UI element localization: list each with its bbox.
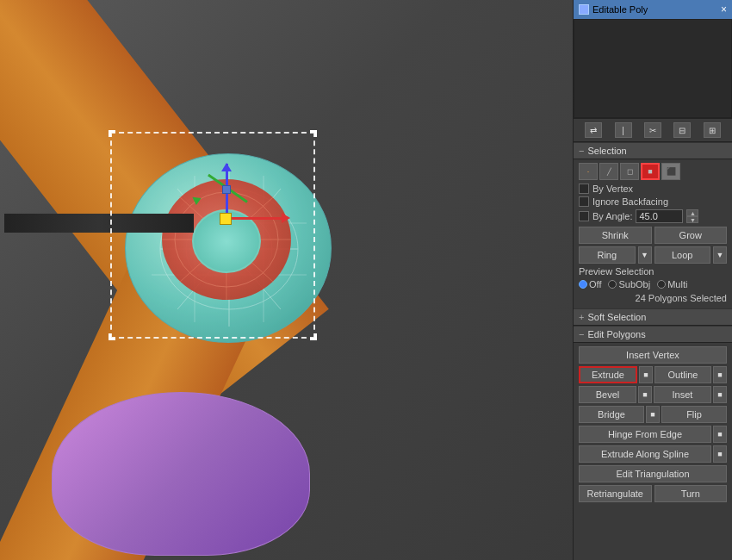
toolbar-btn-cut[interactable]: ✂: [644, 122, 661, 138]
angle-up-btn[interactable]: ▲: [686, 209, 698, 216]
extrude-spinner[interactable]: ■: [639, 366, 653, 383]
sel-icon-border[interactable]: ◻: [620, 163, 639, 180]
by-vertex-row: By Vertex: [579, 184, 727, 194]
by-angle-input[interactable]: [636, 209, 683, 223]
inset-button[interactable]: Inset: [654, 386, 711, 403]
sel-icon-polygon[interactable]: ■: [641, 163, 660, 180]
viewport[interactable]: [0, 0, 573, 560]
ignore-backfacing-checkbox[interactable]: [579, 196, 589, 207]
edit-polygons-label: Edit Polygons: [587, 329, 645, 339]
toolbar-btn-print[interactable]: ⊟: [673, 122, 691, 138]
edit-triangulation-button[interactable]: Edit Triangulation: [579, 465, 727, 482]
shrink-button[interactable]: Shrink: [579, 227, 652, 244]
soft-selection-expand-icon: +: [579, 312, 584, 322]
shrink-grow-row: Shrink Grow: [579, 227, 727, 244]
right-panel: Editable Poly × ⇄ | ✂ ⊟ ⊞ − Selection: [573, 0, 732, 560]
toolbar-btn-grid[interactable]: ⊞: [704, 122, 721, 138]
radio-off-dot: [579, 280, 587, 289]
extrude-outline-row: Extrude ■ Outline ■: [579, 366, 727, 383]
extrude-spline-spinner[interactable]: ■: [713, 445, 727, 463]
toolbar-row: ⇄ | ✂ ⊟ ⊞: [574, 118, 732, 142]
radio-subobj-label: SubObj: [618, 279, 650, 289]
radio-off[interactable]: Off: [579, 279, 601, 289]
ep-preview-box: [574, 19, 732, 118]
ring-spinner[interactable]: ▼: [638, 246, 652, 264]
bevel-inset-row: Bevel ■ Inset ■: [579, 386, 727, 403]
by-angle-row: By Angle: ▲ ▼: [579, 209, 727, 223]
selection-header-label: Selection: [587, 146, 626, 156]
extrude-button[interactable]: Extrude: [579, 366, 637, 383]
ignore-backfacing-row: Ignore Backfacing: [579, 196, 727, 207]
hinge-row: Hinge From Edge ■: [579, 426, 727, 443]
scroll-container[interactable]: − Selection · ╱ ◻ ■ ⬛: [574, 142, 732, 560]
outline-button[interactable]: Outline: [654, 366, 711, 383]
toolbar-btn-sep[interactable]: |: [615, 122, 632, 138]
radio-subobj-dot: [608, 280, 617, 289]
bridge-spinner[interactable]: ■: [646, 406, 660, 423]
sel-icon-vertex[interactable]: ·: [579, 163, 598, 180]
editable-poly-header: Editable Poly ×: [574, 0, 732, 19]
editable-poly-title: Editable Poly: [592, 4, 648, 15]
selection-icons-row: · ╱ ◻ ■ ⬛: [579, 163, 727, 180]
bridge-flip-row: Bridge ■ Flip: [579, 406, 727, 423]
grow-button[interactable]: Grow: [654, 227, 728, 244]
sel-icon-element[interactable]: ⬛: [661, 163, 680, 180]
retriangulate-button[interactable]: Retriangulate: [579, 485, 652, 502]
radio-multi[interactable]: Multi: [657, 279, 687, 289]
by-angle-checkbox[interactable]: [579, 211, 589, 221]
soft-selection-label: Soft Selection: [587, 312, 646, 322]
loop-spinner[interactable]: ▼: [713, 246, 727, 264]
inset-spinner[interactable]: ■: [713, 386, 727, 403]
bevel-spinner[interactable]: ■: [638, 386, 652, 403]
extrude-spline-row: Extrude Along Spline ■: [579, 445, 727, 463]
preview-selection-row: Preview Selection: [579, 266, 727, 277]
soft-selection-header[interactable]: + Soft Selection: [574, 308, 732, 326]
preview-selection-label: Preview Selection: [579, 266, 654, 277]
radio-off-label: Off: [589, 279, 601, 289]
by-vertex-checkbox[interactable]: [579, 184, 589, 194]
by-angle-label: By Angle:: [592, 211, 632, 221]
connector-bar: [4, 214, 194, 233]
edit-polygons-content: Insert Vertex Extrude ■ Outline ■ Bevel …: [574, 343, 732, 508]
hinge-from-edge-button[interactable]: Hinge From Edge: [579, 426, 711, 443]
radio-subobj[interactable]: SubObj: [608, 279, 650, 289]
main-container: Editable Poly × ⇄ | ✂ ⊟ ⊞ − Selection: [0, 0, 732, 560]
radio-multi-label: Multi: [667, 279, 687, 289]
flip-button[interactable]: Flip: [661, 406, 727, 423]
close-icon[interactable]: ×: [721, 3, 727, 16]
hinge-spinner[interactable]: ■: [713, 426, 727, 443]
extrude-along-spline-button[interactable]: Extrude Along Spline: [579, 445, 711, 463]
ep-icon: [579, 4, 589, 15]
sel-icon-edge[interactable]: ╱: [599, 163, 618, 180]
turn-button[interactable]: Turn: [654, 485, 728, 502]
ring-loop-row: Ring ▼ Loop ▼: [579, 246, 727, 264]
polygons-selected-text: 24 Polygons Selected: [579, 293, 727, 303]
loop-button[interactable]: Loop: [654, 246, 711, 264]
selection-collapse-icon: −: [579, 146, 584, 156]
bevel-button[interactable]: Bevel: [579, 386, 636, 403]
selection-content: · ╱ ◻ ■ ⬛ By Vertex: [574, 159, 732, 308]
edit-polygons-section-header[interactable]: − Edit Polygons: [574, 326, 732, 343]
toolbar-btn-pin[interactable]: ⇄: [585, 122, 602, 138]
selection-section-header[interactable]: − Selection: [574, 142, 732, 159]
insert-vertex-button[interactable]: Insert Vertex: [579, 346, 727, 364]
ignore-backfacing-label: Ignore Backfacing: [592, 196, 668, 207]
edit-poly-collapse-icon: −: [579, 329, 584, 339]
angle-down-btn[interactable]: ▼: [686, 216, 698, 223]
purple-blob: [52, 392, 310, 556]
radio-row: Off SubObj Multi: [579, 279, 727, 289]
radio-multi-dot: [657, 280, 666, 289]
retriangulate-turn-row: Retriangulate Turn: [579, 485, 727, 502]
bridge-button[interactable]: Bridge: [579, 406, 644, 423]
ring-button[interactable]: Ring: [579, 246, 636, 264]
scene-container: [0, 0, 573, 560]
by-vertex-label: By Vertex: [592, 184, 633, 194]
outline-spinner[interactable]: ■: [713, 366, 727, 383]
